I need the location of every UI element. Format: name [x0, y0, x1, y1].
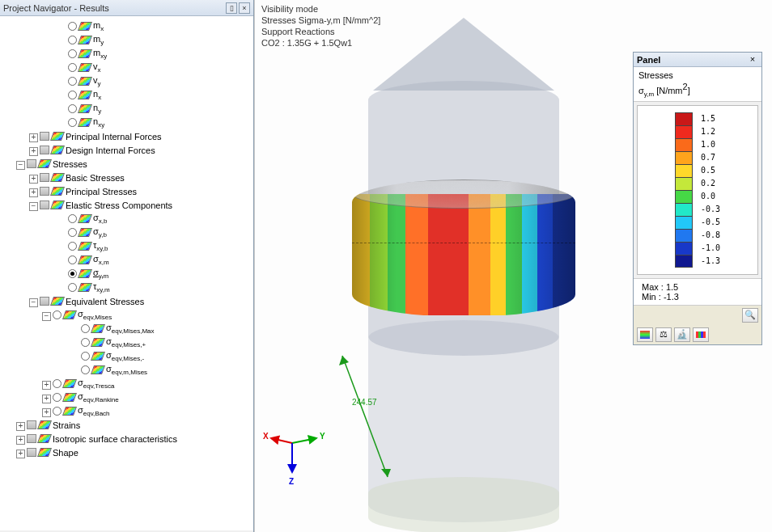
tree-item-label[interactable]: σeqv,Rankine: [78, 391, 119, 403]
expand-toggle[interactable]: +: [29, 188, 38, 197]
tree-item[interactable]: mx: [3, 19, 253, 33]
tree-item[interactable]: σeqv,Mises,-: [3, 349, 253, 363]
radio-icon[interactable]: [68, 49, 77, 58]
radio-icon[interactable]: [68, 214, 77, 223]
tree-item-label[interactable]: mx: [93, 20, 104, 32]
radio-icon[interactable]: [68, 228, 77, 237]
tree-item-label[interactable]: σeqv,Mises,+: [106, 336, 146, 348]
zoom-extents-button[interactable]: 🔍: [742, 308, 758, 323]
tree-item-label[interactable]: σy,m: [93, 268, 108, 280]
tree-item-label[interactable]: σeqv,Bach: [78, 405, 110, 417]
tree-item[interactable]: −Stresses: [3, 157, 253, 171]
tree-item[interactable]: +Principal Internal Forces: [3, 129, 253, 143]
radio-icon[interactable]: [81, 352, 90, 361]
tree-item[interactable]: nxy: [3, 116, 253, 129]
expand-toggle[interactable]: −: [42, 312, 51, 321]
radio-icon[interactable]: [68, 269, 77, 278]
tree-item[interactable]: σx,m: [3, 253, 253, 267]
tree-item[interactable]: −Equivalent Stresses: [3, 294, 253, 308]
expand-toggle[interactable]: −: [29, 202, 38, 211]
tree-item-label[interactable]: τxy,m: [93, 281, 110, 293]
tree-item-label[interactable]: σeqv,Mises,-: [106, 350, 144, 362]
tree-item[interactable]: vy: [3, 74, 253, 88]
tree-item-label[interactable]: mxy: [93, 48, 107, 60]
tree-item[interactable]: my: [3, 33, 253, 47]
expand-toggle[interactable]: +: [29, 147, 38, 156]
radio-icon[interactable]: [53, 379, 62, 388]
radio-icon[interactable]: [81, 365, 90, 374]
tree-item-label[interactable]: Equivalent Stresses: [66, 297, 144, 306]
expand-toggle[interactable]: +: [42, 395, 51, 403]
tree-item[interactable]: ny: [3, 102, 253, 116]
tree-item[interactable]: +Basic Stresses: [3, 171, 253, 184]
tree-item-label[interactable]: Design Internal Forces: [66, 146, 155, 155]
close-navigator-button[interactable]: ×: [239, 2, 250, 14]
radio-icon[interactable]: [68, 118, 77, 127]
tree-item-label[interactable]: Principal Stresses: [66, 187, 137, 196]
tree-item[interactable]: σy,m: [3, 267, 253, 281]
expand-toggle[interactable]: +: [29, 133, 38, 142]
tree-item[interactable]: σeqv,m,Mises: [3, 363, 253, 377]
tree-item-label[interactable]: nx: [93, 89, 101, 101]
radio-icon[interactable]: [81, 338, 90, 347]
tree-item-label[interactable]: Principal Internal Forces: [66, 132, 162, 141]
colorscale-button[interactable]: [637, 327, 653, 342]
pin-button[interactable]: ▯: [226, 2, 237, 14]
tree-item-label[interactable]: σeqv,Tresca: [78, 378, 114, 390]
tree-item[interactable]: τxy,b: [3, 239, 253, 253]
tree-item-label[interactable]: σeqv,m,Mises: [106, 364, 147, 376]
tree-item-label[interactable]: σx,m: [93, 254, 109, 266]
tree-item-label[interactable]: Elastic Stress Components: [66, 201, 172, 210]
tree-item[interactable]: +Strains: [3, 418, 253, 432]
tree-item-label[interactable]: σy,b: [93, 226, 107, 239]
expand-toggle[interactable]: +: [16, 436, 25, 445]
radio-icon[interactable]: [53, 310, 62, 319]
tree-item-label[interactable]: τxy,b: [93, 240, 108, 252]
tree-item[interactable]: −Elastic Stress Components: [3, 198, 253, 212]
tree-item[interactable]: mxy: [3, 47, 253, 61]
radio-icon[interactable]: [68, 104, 77, 113]
tree-item-label[interactable]: Basic Stresses: [66, 173, 125, 183]
expand-toggle[interactable]: +: [29, 175, 38, 184]
close-panel-button[interactable]: ×: [747, 54, 758, 65]
tree-item-label[interactable]: σx,b: [93, 213, 107, 225]
expand-toggle[interactable]: +: [16, 422, 25, 431]
tree-item[interactable]: +Design Internal Forces: [3, 143, 253, 157]
balance-button[interactable]: ⚖: [655, 327, 672, 342]
expand-toggle[interactable]: +: [16, 450, 25, 458]
radio-icon[interactable]: [68, 63, 77, 72]
tree-item[interactable]: +σeqv,Tresca: [3, 377, 253, 391]
tree-item-label[interactable]: σeqv,Mises: [78, 309, 112, 321]
tree-item[interactable]: nx: [3, 88, 253, 102]
expand-toggle[interactable]: +: [42, 408, 51, 417]
radio-icon[interactable]: [68, 91, 77, 99]
panel-header[interactable]: Panel ×: [634, 53, 761, 67]
radio-icon[interactable]: [68, 283, 77, 292]
radio-icon[interactable]: [53, 407, 62, 416]
tree-item-label[interactable]: Strains: [53, 420, 80, 430]
expand-toggle[interactable]: −: [29, 298, 38, 307]
tree-item-label[interactable]: Shape: [53, 448, 78, 458]
radio-icon[interactable]: [68, 22, 77, 31]
tree-item[interactable]: −σeqv,Mises: [3, 308, 253, 322]
tree-item[interactable]: +Isotropic surface characteristics: [3, 432, 253, 445]
tree-item-label[interactable]: my: [93, 34, 104, 46]
radio-icon[interactable]: [81, 324, 90, 333]
expand-toggle[interactable]: −: [16, 161, 25, 170]
results-tree[interactable]: mxmymxyvxvynxnynxy+Principal Internal Fo…: [0, 16, 253, 530]
radio-icon[interactable]: [68, 77, 77, 86]
expand-toggle[interactable]: +: [42, 381, 51, 390]
tree-item[interactable]: τxy,m: [3, 281, 253, 294]
radio-icon[interactable]: [68, 242, 77, 251]
tree-item[interactable]: σx,b: [3, 212, 253, 226]
microscope-button[interactable]: 🔬: [674, 327, 690, 342]
tree-item[interactable]: vx: [3, 61, 253, 74]
radio-icon[interactable]: [53, 393, 62, 402]
tree-item[interactable]: σeqv,Mises,+: [3, 336, 253, 349]
tree-item-label[interactable]: vx: [93, 61, 101, 74]
tree-item-label[interactable]: σeqv,Mises,Max: [106, 323, 155, 335]
radio-icon[interactable]: [68, 36, 77, 44]
tree-item[interactable]: +σeqv,Bach: [3, 404, 253, 418]
tree-item-label[interactable]: ny: [93, 103, 101, 115]
tree-item-label[interactable]: Isotropic surface characteristics: [53, 434, 177, 444]
